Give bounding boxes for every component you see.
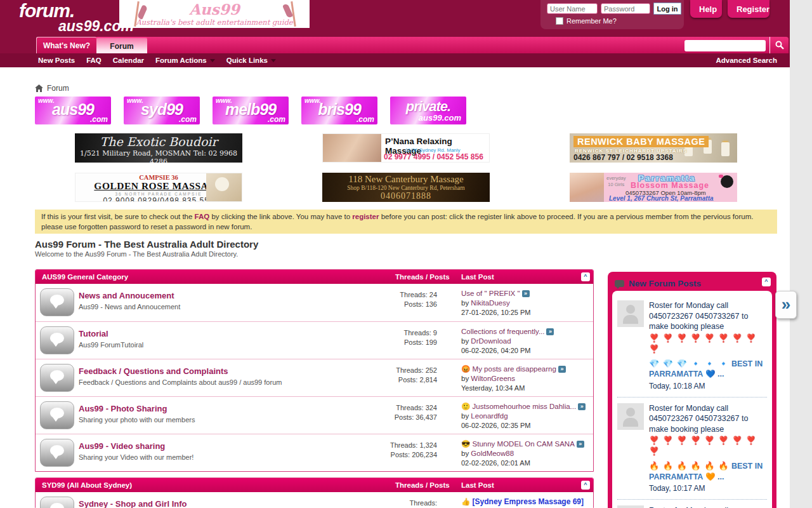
ad-golden-rose-massage[interactable]: CAMPSIE 36 GOLDEN ROSE MASSAGE 36 NORTH … <box>75 173 242 202</box>
tab-whats-new[interactable]: What's New? <box>36 37 96 53</box>
remember-checkbox[interactable] <box>556 17 563 25</box>
logo-private-aus99[interactable]: private. aus99.com <box>390 97 466 124</box>
nav-forum-actions[interactable]: Forum Actions <box>155 57 215 64</box>
last-post-author[interactable]: WiltonGreens <box>471 375 515 382</box>
angry-emoji-icon: 😡 <box>461 365 470 373</box>
last-post: 🙂 Justsomehourhoe miss Dahlia...» by Leo… <box>461 402 591 431</box>
collapse-button[interactable]: ^ <box>581 272 590 281</box>
forum-link[interactable]: News and Annoucement <box>79 291 174 300</box>
password-input[interactable] <box>601 3 650 14</box>
nav-quick-links[interactable]: Quick Links <box>226 57 276 64</box>
category-name: SYD99 (All About Sydney) <box>42 481 132 489</box>
register-link[interactable]: register <box>352 213 379 220</box>
category-header: SYD99 (All About Sydney) Threads / Posts… <box>36 478 593 492</box>
search-input[interactable] <box>684 40 766 51</box>
help-button[interactable]: Help <box>690 0 722 18</box>
by-label: by <box>461 450 471 457</box>
forum-link[interactable]: Feedback / Questions and Complaints <box>79 366 228 376</box>
last-post-link[interactable]: [Sydney Empress Massage 69] <box>473 497 584 506</box>
forum-link[interactable]: Aus99 - Video sharing <box>79 441 165 451</box>
list-item[interactable]: Roster for Monday call 0450723267 045073… <box>617 295 767 398</box>
forum-icon <box>40 439 74 467</box>
forum-stats: Threads: 61,376 <box>340 498 437 508</box>
logo-melb99[interactable]: www. melb99 .com <box>213 97 289 124</box>
last-post-link[interactable]: Stunny MODEL On CAM SANA <box>473 440 575 448</box>
smiley-emoji-icon: 🙂 <box>461 403 470 410</box>
logo-com: .com <box>179 115 197 124</box>
site-logos-row: www. aus99 .com www. syd99 .com www. mel… <box>35 97 466 124</box>
last-post-link[interactable]: Justsomehourhoe miss Dahlia... <box>473 403 577 410</box>
last-post: 👍 [Sydney Empress Massage 69] Nurse (Vie… <box>461 497 591 508</box>
goto-last-post-icon[interactable]: » <box>578 403 586 410</box>
goto-last-post-icon[interactable]: » <box>577 441 584 448</box>
ad-title: 118 New Canterbury Massage <box>322 174 490 185</box>
forum-description: Sharing your Video with our member! <box>79 453 332 461</box>
hearts-emoji-row: ❣️ ❣️ ❣️ ❣️ ❣️ ❣️ ❣️ ❣️ ❣️ <box>649 435 767 457</box>
list-item[interactable]: Roster for Monday call 0450723267 045073… <box>617 398 767 500</box>
collapse-button[interactable]: ^ <box>762 277 771 286</box>
ad-blossom-massage[interactable]: everyday 10 Girls Parramatta Blossom Mas… <box>570 173 737 202</box>
goto-last-post-icon[interactable]: » <box>558 366 566 373</box>
tab-bar: What's New? Forum <box>0 36 790 53</box>
ad-photo <box>323 134 381 163</box>
home-icon[interactable] <box>35 84 43 92</box>
ad-canterbury-massage[interactable]: 118 New Canterbury Massage Shop B/118-12… <box>322 173 490 202</box>
page-subtitle: Welcome to the Aus99 Forum - The Best Au… <box>35 250 238 258</box>
notice-text: If this is your first visit, be sure to … <box>41 213 195 220</box>
sidebar-expand-button[interactable]: » <box>775 291 797 319</box>
threads-count: Threads: 24 <box>340 290 437 300</box>
forum-description: Sharing your photo with our members <box>79 416 332 424</box>
nav-new-posts[interactable]: New Posts <box>38 57 75 64</box>
list-item[interactable]: Roster for Monday call 0450723267 045073… <box>617 500 767 508</box>
remember-me[interactable]: Remember Me? <box>556 17 617 25</box>
gems-emoji-row: 💎 💎 💎 🔹 🔹 🔹 <box>649 359 729 368</box>
username-input[interactable] <box>547 3 598 14</box>
last-post-author[interactable]: NikitaDuesy <box>471 299 509 307</box>
advanced-search-link[interactable]: Advanced Search <box>716 57 777 64</box>
posts-count: Posts: 36,437 <box>340 413 437 422</box>
goto-last-post-icon[interactable]: » <box>546 328 554 335</box>
last-post-link[interactable]: Collections of frequently... <box>461 328 544 335</box>
search-button[interactable] <box>769 37 789 53</box>
header-banner-ad[interactable]: Aus99 Australia's best adult entertainme… <box>119 0 310 28</box>
posts-count: Posts: 199 <box>340 338 437 347</box>
breadcrumb-label[interactable]: Forum <box>47 84 69 93</box>
nav-faq[interactable]: FAQ <box>86 57 102 64</box>
tab-strip: What's New? Forum <box>36 37 789 53</box>
last-post-author[interactable]: GoldMeow88 <box>471 450 514 457</box>
hearts-emoji-row: ❣️ ❣️ ❣️ ❣️ ❣️ ❣️ ❣️ ❣️ ❣️ <box>649 333 767 354</box>
nav-calendar[interactable]: Calendar <box>113 57 144 64</box>
site-logo[interactable]: forum. aus99.com <box>19 1 134 34</box>
forum-icon <box>40 288 74 316</box>
remember-label: Remember Me? <box>566 17 617 25</box>
last-post-link[interactable]: My posts are disappearng <box>473 365 556 373</box>
ad-address: Shop B/118-120 New Canterbury Rd, Peters… <box>322 185 490 191</box>
forum-row: Feedback / Questions and Complaints Feed… <box>36 359 593 396</box>
login-button[interactable]: Log in <box>653 3 681 15</box>
tab-forum[interactable]: Forum <box>96 37 147 53</box>
forum-link[interactable]: Tutorial <box>79 329 108 338</box>
ad-pnana-massage[interactable]: P’Nana Relaxing Massage 11/36 Sydney Rd.… <box>322 133 490 163</box>
last-post-author[interactable]: DrDownload <box>471 337 511 345</box>
forum-row: Aus99 - Photo Sharing Sharing your photo… <box>36 396 593 434</box>
first-visit-notice: If this is your first visit, be sure to … <box>35 210 777 234</box>
faq-link[interactable]: FAQ <box>195 213 210 220</box>
post-body: Roster for Monday call 0450723267 045073… <box>649 404 748 434</box>
ad-renwick-massage[interactable]: RENWICK BABY MASSAGE RENWICK ST LEICHHAR… <box>570 133 737 163</box>
forum-row: Sydney - Shop and Girl Info Talk about S… <box>36 492 593 508</box>
top-header: forum. aus99.com Aus99 Australia's best … <box>0 0 790 36</box>
forum-link[interactable]: Sydney - Shop and Girl Info <box>79 499 187 508</box>
collapse-button[interactable]: ^ <box>581 481 590 490</box>
logo-aus99[interactable]: www. aus99 .com <box>35 97 111 124</box>
last-post-link[interactable]: Use of " PREFIX " <box>461 290 520 297</box>
register-button[interactable]: Register <box>728 0 769 18</box>
forum-description: Aus99 - News and Annoucement <box>79 303 332 311</box>
forum-link[interactable]: Aus99 - Photo Sharing <box>79 404 167 413</box>
goto-last-post-icon[interactable]: » <box>522 290 530 297</box>
new-forum-posts-panel: New Forum Posts ^ Roster for Monday call… <box>608 272 776 508</box>
logo-syd99[interactable]: www. syd99 .com <box>124 97 200 124</box>
ad-photo <box>206 173 242 202</box>
ad-exotic-boudoir[interactable]: The Exotic Boudoir 1/521 Military Road, … <box>75 133 242 163</box>
logo-bris99[interactable]: www. bris99 .com <box>301 97 377 124</box>
last-post-author[interactable]: Leonardfdg <box>471 412 508 420</box>
